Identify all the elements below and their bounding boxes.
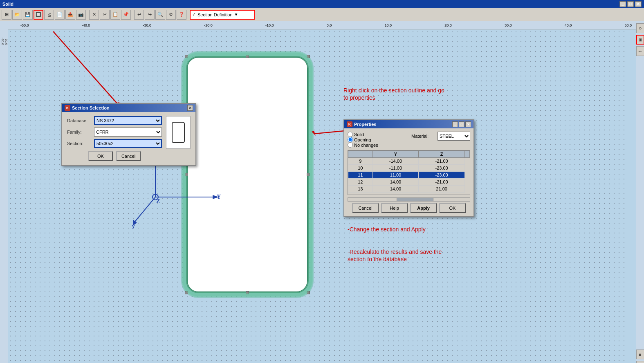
opening-radio[interactable]: Opening	[348, 137, 378, 142]
dropdown-arrow-icon: ▼	[234, 12, 238, 17]
tb-help[interactable]: ❓	[177, 10, 186, 20]
section-dialog-title: Section Selection	[72, 105, 110, 110]
props-cancel-button[interactable]: Cancel	[352, 203, 379, 213]
solid-radio[interactable]: Solid	[348, 132, 378, 137]
right-panel: ○ ⊞ ↔ ≡ ⊞	[636, 21, 644, 363]
main-area: 20.0 10.0 0.0 -10.0 -20.0 -50.0 -40.0 -3…	[0, 21, 644, 363]
title-bar: Solid _ □ ✕	[0, 0, 644, 8]
tb-section-highlighted[interactable]: 🔲	[34, 10, 43, 20]
handle-bottom-right[interactable]	[307, 291, 310, 294]
tb-export[interactable]: 📤	[65, 10, 75, 20]
tb-preview[interactable]: 📄	[55, 10, 65, 20]
database-row: Database: NS 3472	[67, 116, 162, 125]
minimize-button[interactable]: _	[619, 1, 626, 7]
tb-new[interactable]: ⊞	[2, 10, 11, 20]
tb-camera[interactable]: 📷	[76, 10, 86, 20]
props-dialog-titlebar: K Properties _ □ ✕	[344, 120, 473, 128]
props-maximize-button[interactable]: □	[459, 121, 464, 127]
tb-copy[interactable]: 📋	[110, 10, 120, 20]
table-row[interactable]: 1214.00-21.00	[348, 179, 470, 186]
section-preview	[166, 116, 191, 149]
handle-right-center[interactable]	[307, 173, 310, 176]
col-header-z: Z	[419, 151, 465, 158]
tb-open[interactable]: 📂	[12, 10, 22, 20]
annotation-recalculate: -Recalculate the results and save the se…	[348, 248, 442, 263]
svg-text:y: y	[132, 223, 135, 229]
section-label: Section:	[67, 141, 92, 146]
section-definition-dropdown[interactable]: ✓ Section Definition ▼	[190, 10, 255, 20]
annotation-change-section: -Change the section and Apply	[348, 226, 426, 233]
props-help-button[interactable]: Help	[381, 203, 408, 213]
section-dialog-close[interactable]: ✕	[187, 105, 193, 111]
right-tool-bottom1[interactable]: ≡	[636, 350, 644, 359]
properties-dialog: K Properties _ □ ✕ Solid	[343, 119, 474, 217]
col-scroll	[465, 151, 470, 158]
tb-print[interactable]: 🖨	[44, 10, 54, 20]
window-title: Solid	[2, 2, 13, 7]
ruler-left: 20.0 10.0 0.0 -10.0 -20.0	[0, 21, 8, 363]
tb-cut[interactable]: ✂	[100, 10, 110, 20]
right-tool-arrow[interactable]: ↔	[636, 46, 644, 56]
ruler-left-marks: 20.0 10.0 0.0 -10.0 -20.0	[1, 38, 8, 86]
svg-line-4	[135, 197, 155, 222]
tb-delete[interactable]: ✕	[89, 10, 99, 20]
database-select[interactable]: NS 3472	[94, 116, 162, 125]
props-ok-button[interactable]: OK	[439, 203, 466, 213]
table-row[interactable]: 9-14.00-21.00	[348, 158, 470, 165]
no-changes-radio[interactable]: No changes	[348, 142, 378, 148]
section-cancel-button[interactable]: Cancel	[116, 151, 141, 161]
annotation-right-click: Right click on the section outline and g…	[343, 87, 444, 101]
right-tool-section[interactable]: ⊞	[636, 35, 644, 45]
material-select[interactable]: STEEL	[438, 132, 470, 141]
props-apply-button[interactable]: Apply	[410, 203, 437, 213]
props-minimize-button[interactable]: _	[452, 121, 458, 127]
tb-undo[interactable]: ↩	[134, 10, 144, 20]
tb-save[interactable]: 💾	[23, 10, 33, 20]
col-header-y: Y	[372, 151, 419, 158]
family-row: Family: CFRR	[67, 128, 162, 137]
check-icon: ✓	[192, 12, 196, 17]
opening-label: Opening	[354, 137, 371, 142]
tb-paste[interactable]: 📌	[121, 10, 131, 20]
svg-rect-15	[172, 122, 184, 143]
handle-bottom-center[interactable]	[246, 291, 249, 294]
table-row[interactable]: 1314.0021.00	[348, 186, 470, 193]
family-label: Family:	[67, 130, 92, 134]
database-label: Database:	[67, 118, 92, 123]
section-selection-dialog: K Section Selection ✕ Database: NS 3472 …	[61, 103, 196, 166]
handle-top-right[interactable]	[307, 55, 310, 58]
section-ok-button[interactable]: OK	[88, 151, 113, 161]
props-dialog-icon: K	[347, 121, 352, 127]
section-dialog-titlebar: K Section Selection ✕	[62, 104, 195, 112]
toolbar: ⊞ 📂 💾 🔲 🖨 📄 📤 📷 ✕ ✂ 📋 📌 ↩ ↪ 🔍 ⚙ ❓ ✓ Sect…	[0, 8, 644, 21]
dot-grid	[8, 29, 628, 363]
family-select[interactable]: CFRR	[94, 128, 162, 137]
section-row: Section: 50x30x2	[67, 139, 162, 148]
table-row[interactable]: 1111.00-23.00	[348, 172, 470, 179]
section-def-label: Section Definition	[197, 12, 233, 17]
solid-label: Solid	[354, 132, 364, 137]
axis-cross: Z Y Z y	[131, 156, 221, 231]
col-header-id	[348, 151, 373, 158]
props-dialog-title: Properties	[354, 122, 376, 127]
table-row[interactable]: 10-11.00-23.00	[348, 165, 470, 172]
canvas-area[interactable]: -50.0 -40.0 -30.0 -20.0 -10.0 0.0 10.0 2…	[8, 21, 636, 363]
right-tool-bottom2[interactable]: ⊞	[636, 361, 644, 363]
horizontal-scrollbar[interactable]	[348, 197, 470, 202]
tb-search[interactable]: 🔍	[155, 10, 165, 20]
tb-redo[interactable]: ↪	[145, 10, 155, 20]
tb-settings[interactable]: ⚙	[166, 10, 176, 20]
handle-top-left[interactable]	[185, 55, 188, 58]
no-changes-label: No changes	[354, 143, 378, 148]
material-label: Material:	[411, 134, 436, 139]
section-select[interactable]: 50x30x2	[94, 139, 162, 148]
svg-text:Y: Y	[217, 194, 221, 200]
right-tool-circle[interactable]: ○	[636, 23, 644, 33]
close-button[interactable]: ✕	[635, 1, 642, 7]
dialog-icon: K	[65, 105, 70, 111]
handle-bottom-left[interactable]	[185, 291, 188, 294]
props-close-button[interactable]: ✕	[465, 121, 471, 127]
axis-svg: Z Y Z y	[131, 156, 221, 230]
handle-top-center[interactable]	[246, 55, 249, 58]
maximize-button[interactable]: □	[627, 1, 634, 7]
